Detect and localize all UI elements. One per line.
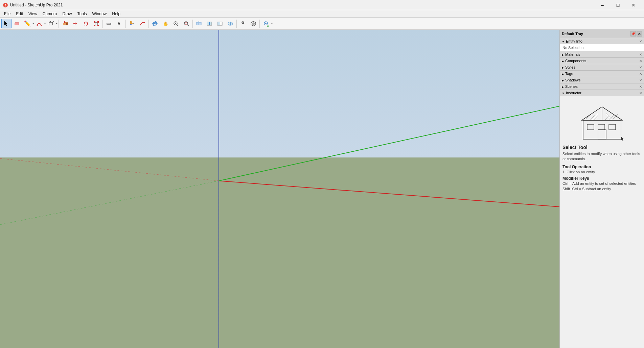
eraser-tool-button[interactable] bbox=[12, 19, 22, 28]
svg-point-5 bbox=[41, 25, 42, 26]
tape-measure-button[interactable] bbox=[104, 19, 114, 28]
svg-rect-38 bbox=[185, 22, 187, 24]
pencil-dropdown-arrow[interactable]: ▾ bbox=[32, 22, 34, 25]
section-fill-button[interactable] bbox=[204, 19, 214, 28]
rotate-tool-button[interactable] bbox=[81, 19, 91, 28]
shape-tool-button[interactable] bbox=[46, 19, 56, 28]
svg-line-37 bbox=[187, 25, 189, 26]
components-header[interactable]: Components ✕ bbox=[560, 58, 644, 64]
location-dropdown-arrow[interactable]: ▾ bbox=[271, 22, 273, 25]
menu-item-view[interactable]: View bbox=[26, 11, 40, 17]
toolbar-separator-6 bbox=[236, 20, 237, 28]
svg-text:✛: ✛ bbox=[73, 21, 77, 26]
materials-arrow bbox=[562, 52, 564, 56]
minimize-button[interactable]: – bbox=[595, 0, 610, 10]
svg-rect-78 bbox=[598, 124, 605, 130]
menu-item-camera[interactable]: Camera bbox=[40, 11, 60, 17]
tags-close[interactable]: ✕ bbox=[639, 72, 642, 76]
push-pull-tool-button[interactable] bbox=[60, 19, 70, 28]
components-close[interactable]: ✕ bbox=[639, 59, 642, 63]
menu-item-file[interactable]: File bbox=[1, 11, 13, 17]
maximize-button[interactable]: □ bbox=[610, 0, 626, 10]
viewport-canvas bbox=[0, 30, 559, 348]
arc-dropdown-arrow[interactable]: ▾ bbox=[44, 22, 46, 25]
svg-rect-20 bbox=[97, 25, 99, 26]
title-bar: S Untitled - SketchUp Pro 2021 – □ ✕ bbox=[0, 0, 644, 10]
pan-button[interactable]: ✋ bbox=[160, 19, 170, 28]
zoom-extents-button[interactable] bbox=[181, 19, 191, 28]
instructor-label: Instructor bbox=[566, 91, 581, 95]
svg-rect-77 bbox=[587, 124, 594, 130]
material-tool-button[interactable] bbox=[127, 19, 137, 28]
pencil-tool-button[interactable]: ✏️ bbox=[22, 19, 32, 28]
select-tool-button[interactable] bbox=[1, 19, 12, 28]
window-title: Untitled - SketchUp Pro 2021 bbox=[10, 3, 63, 7]
shadows-close[interactable]: ✕ bbox=[639, 78, 642, 82]
shadows-header-left: Shadows bbox=[562, 78, 580, 82]
pencil-tool-group[interactable]: ✏️ ▾ bbox=[22, 19, 34, 28]
instructor-illustration bbox=[575, 101, 629, 142]
shadows-header[interactable]: Shadows ✕ bbox=[560, 77, 644, 83]
walk-button[interactable] bbox=[238, 19, 248, 28]
svg-point-49 bbox=[242, 22, 243, 23]
styles-panel: Styles ✕ bbox=[560, 64, 644, 71]
tray-header: Default Tray 📌 ✕ bbox=[560, 30, 644, 38]
svg-rect-16 bbox=[95, 22, 98, 25]
move-tool-button[interactable]: ✛ bbox=[70, 19, 80, 28]
svg-line-73 bbox=[594, 117, 598, 120]
svg-marker-13 bbox=[64, 21, 66, 22]
materials-header[interactable]: Materials ✕ bbox=[560, 51, 644, 57]
entity-info-header-left: Entity Info bbox=[562, 39, 582, 43]
instructor-modifier-2: Shift+Ctrl = Subtract an entity bbox=[562, 187, 641, 191]
shape-tool-group[interactable]: ▾ bbox=[46, 19, 58, 28]
shadows-panel: Shadows ✕ bbox=[560, 77, 644, 83]
styles-close[interactable]: ✕ bbox=[639, 66, 642, 69]
svg-rect-6 bbox=[49, 22, 52, 25]
tags-header[interactable]: Tags ✕ bbox=[560, 71, 644, 77]
entity-info-header[interactable]: Entity Info ✕ bbox=[560, 38, 644, 44]
style-button[interactable] bbox=[248, 19, 258, 28]
close-button[interactable]: ✕ bbox=[626, 0, 641, 10]
svg-marker-15 bbox=[84, 25, 86, 26]
section-display-button[interactable] bbox=[225, 19, 235, 28]
menu-item-window[interactable]: Window bbox=[90, 11, 110, 17]
scenes-close[interactable]: ✕ bbox=[639, 85, 642, 89]
tray-close-button[interactable]: ✕ bbox=[637, 31, 642, 36]
styles-header[interactable]: Styles ✕ bbox=[560, 64, 644, 70]
follow-me-button[interactable] bbox=[137, 19, 147, 28]
section-plane-button[interactable] bbox=[194, 19, 204, 28]
instructor-header[interactable]: Instructor ✕ bbox=[560, 90, 644, 96]
zoom-button[interactable] bbox=[171, 19, 181, 28]
components-panel: Components ✕ bbox=[560, 58, 644, 64]
section-cuts-button[interactable] bbox=[215, 19, 225, 28]
instructor-operation-title: Tool Operation bbox=[562, 165, 641, 169]
materials-header-left: Materials bbox=[562, 52, 580, 56]
toolbar-separator-5 bbox=[192, 20, 193, 28]
orbit-button[interactable] bbox=[150, 19, 160, 28]
menu-item-tools[interactable]: Tools bbox=[75, 11, 90, 17]
entity-info-label: Entity Info bbox=[566, 39, 582, 43]
menu-item-help[interactable]: Help bbox=[109, 11, 123, 17]
tray-title: Default Tray bbox=[562, 32, 583, 36]
menu-item-draw[interactable]: Draw bbox=[60, 11, 75, 17]
instructor-tool-name: Select Tool bbox=[562, 145, 641, 150]
materials-close[interactable]: ✕ bbox=[639, 53, 642, 56]
menu-item-edit[interactable]: Edit bbox=[13, 11, 26, 17]
svg-point-48 bbox=[242, 22, 244, 24]
entity-info-close[interactable]: ✕ bbox=[639, 40, 642, 43]
add-location-button[interactable]: + bbox=[261, 19, 271, 28]
tray-pin-button[interactable]: 📌 bbox=[630, 31, 636, 36]
styles-label: Styles bbox=[565, 65, 575, 69]
svg-rect-19 bbox=[94, 25, 95, 26]
instructor-close[interactable]: ✕ bbox=[639, 91, 642, 95]
shape-dropdown-arrow[interactable]: ▾ bbox=[56, 22, 58, 25]
arc-tool-button[interactable] bbox=[34, 19, 44, 28]
tray-header-buttons: 📌 ✕ bbox=[630, 31, 642, 36]
scale-tool-button[interactable] bbox=[91, 19, 101, 28]
arc-tool-group[interactable]: ▾ bbox=[34, 19, 46, 28]
scenes-header[interactable]: Scenes ✕ bbox=[560, 83, 644, 90]
svg-rect-9 bbox=[63, 23, 66, 25]
text-tool-button[interactable]: A bbox=[114, 19, 124, 28]
scenes-label: Scenes bbox=[565, 84, 578, 89]
viewport[interactable] bbox=[0, 30, 559, 348]
